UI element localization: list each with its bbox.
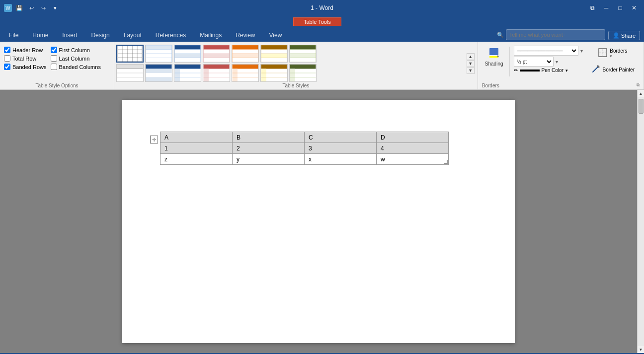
table-style-9[interactable] [174, 64, 201, 82]
table-tools-label: Table Tools [293, 17, 341, 26]
cell-1-c[interactable]: 3 [305, 143, 377, 154]
tab-design[interactable]: Design [84, 29, 116, 42]
gallery-down-arrow[interactable]: ▼ [467, 60, 475, 67]
col-d-header[interactable]: D [377, 132, 449, 143]
document-area: ✛ A B C D 1 2 3 4 [0, 90, 637, 353]
first-column-option[interactable]: First Column [51, 47, 101, 53]
svg-rect-62 [175, 69, 180, 82]
banded-rows-checkbox[interactable] [4, 64, 10, 70]
border-style-dropdown[interactable]: ▾ [580, 48, 583, 54]
tab-mailings[interactable]: Mailings [193, 29, 229, 42]
maximize-button[interactable]: □ [614, 3, 626, 13]
cell-1-a[interactable]: 1 [161, 143, 233, 154]
shading-button[interactable]: Shading [482, 45, 506, 69]
cell-2-b[interactable]: y [233, 154, 305, 165]
svg-rect-9 [146, 45, 172, 50]
share-button[interactable]: 👤 Share [608, 31, 640, 40]
table-styles-section: ▲ ▼ ▼ Table Styles [114, 42, 478, 89]
last-column-checkbox[interactable] [51, 55, 57, 62]
total-row-checkbox[interactable] [4, 55, 10, 62]
undo-qa-button[interactable]: ↩ [26, 2, 37, 13]
quick-access-toolbar: 💾 ↩ ↪ ▾ [14, 2, 61, 13]
cell-2-a[interactable]: z [161, 154, 233, 165]
banded-columns-checkbox[interactable] [51, 64, 57, 70]
borders-button[interactable]: Borders ▾ [588, 46, 638, 61]
table-style-11[interactable] [232, 64, 259, 82]
pen-weight-dropdown[interactable]: ▾ [556, 59, 558, 65]
gallery-more-arrow[interactable]: ▼ [467, 67, 475, 74]
pen-color-dropdown[interactable]: ▾ [565, 68, 568, 73]
svg-rect-83 [290, 69, 295, 82]
svg-rect-89 [599, 49, 607, 57]
title-bar-left: W 💾 ↩ ↪ ▾ [4, 2, 61, 13]
table-resize-handle[interactable] [444, 160, 448, 164]
svg-rect-16 [175, 45, 201, 50]
borders-expand-icon[interactable]: ⧉ [637, 82, 640, 88]
table-style-12[interactable] [260, 64, 288, 82]
cell-1-d[interactable]: 4 [377, 143, 449, 154]
col-b-header[interactable]: B [233, 132, 305, 143]
minimize-button[interactable]: ─ [600, 3, 612, 13]
table-style-4[interactable] [232, 45, 259, 63]
close-button[interactable]: ✕ [628, 3, 640, 13]
tab-layout[interactable]: Layout [117, 29, 149, 42]
borders-row: Shading ───────────── - - - - - - - ════… [482, 45, 640, 78]
header-row-option[interactable]: Header Row [4, 47, 47, 53]
banded-rows-option[interactable]: Banded Rows [4, 64, 47, 70]
table-style-plain[interactable] [116, 45, 144, 63]
tab-home[interactable]: Home [25, 29, 55, 42]
scroll-track[interactable] [638, 97, 644, 346]
pen-icon: ✏ [514, 68, 518, 73]
table-style-7[interactable] [116, 64, 144, 82]
table-style-10[interactable] [203, 64, 230, 82]
svg-rect-54 [117, 65, 143, 69]
table-style-13[interactable] [289, 64, 317, 82]
last-column-label: Last Column [59, 56, 90, 62]
pen-weight-select[interactable]: ½ pt [514, 57, 554, 67]
tab-view[interactable]: View [262, 29, 289, 42]
table-style-6[interactable] [289, 45, 317, 63]
gallery-scroll: ▲ ▼ ▼ [466, 53, 476, 74]
tab-file[interactable]: File [2, 29, 25, 42]
checkbox-group-left: Header Row Total Row Banded Rows [4, 45, 47, 72]
scroll-thumb[interactable] [639, 99, 644, 114]
title-text: 1 - Word [311, 4, 333, 11]
document-scroll[interactable]: ✛ A B C D 1 2 3 4 [0, 90, 637, 353]
cell-1-b[interactable]: 2 [233, 143, 305, 154]
table-style-5[interactable] [260, 45, 288, 63]
table-styles-grid: ▲ ▼ ▼ [116, 45, 476, 82]
table-style-1[interactable] [145, 45, 172, 63]
border-painter-button[interactable]: Border Painter [588, 62, 638, 77]
scroll-up-arrow[interactable]: ▲ [638, 90, 644, 97]
first-column-label: First Column [59, 47, 90, 53]
help-search-input[interactable] [506, 29, 605, 40]
tab-insert[interactable]: Insert [55, 29, 84, 42]
restore-button[interactable]: ⧉ [586, 3, 598, 13]
cell-2-d[interactable]: w [377, 154, 449, 165]
window-controls: ⧉ ─ □ ✕ [586, 3, 640, 13]
border-painter-icon [591, 64, 601, 75]
first-column-checkbox[interactable] [51, 47, 57, 53]
borders-dropdown[interactable]: ▾ [610, 54, 627, 59]
cell-2-c[interactable]: x [305, 154, 377, 165]
col-c-header[interactable]: C [305, 132, 377, 143]
tab-review[interactable]: Review [229, 29, 262, 42]
redo-qa-button[interactable]: ↪ [38, 2, 49, 13]
table-style-3[interactable] [203, 45, 230, 63]
border-style-select[interactable]: ───────────── - - - - - - - ══════════ [514, 46, 578, 56]
total-row-option[interactable]: Total Row [4, 55, 47, 62]
customize-qa-button[interactable]: ▾ [50, 2, 61, 13]
last-column-option[interactable]: Last Column [51, 55, 101, 62]
banded-columns-option[interactable]: Banded Columns [51, 64, 101, 70]
tab-references[interactable]: References [149, 29, 193, 42]
table-style-8[interactable] [145, 64, 172, 82]
save-qa-button[interactable]: 💾 [14, 2, 25, 13]
table-style-2[interactable] [174, 45, 201, 63]
gallery-up-arrow[interactable]: ▲ [467, 53, 475, 60]
scroll-down-arrow[interactable]: ▼ [638, 346, 644, 353]
header-row-checkbox[interactable] [4, 47, 10, 53]
pen-color-bar [520, 70, 540, 71]
col-a-header[interactable]: A [161, 132, 233, 143]
right-scrollbar[interactable]: ▲ ▼ [637, 90, 644, 353]
main-content: ✛ A B C D 1 2 3 4 [0, 90, 644, 353]
